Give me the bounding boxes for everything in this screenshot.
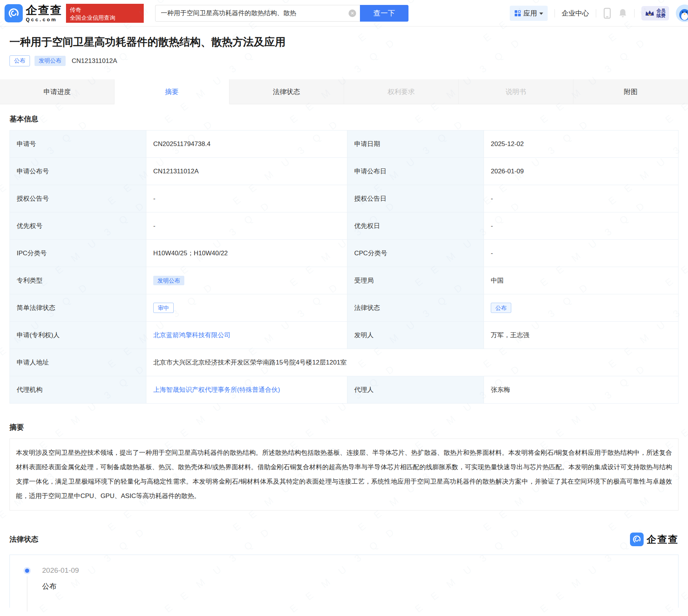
row-value: 公布 (484, 294, 679, 322)
table-row: 代理机构 上海智晟知识产权代理事务所(特殊普通合伙) 代理人 张东梅 (10, 376, 679, 404)
tab-bar: 申请进度 摘要 法律状态 权利要求 说明书 附图 (0, 79, 688, 104)
table-row: 简单法律状态 审中 法律状态 公布 (10, 294, 679, 322)
legal-status-panel: 2026-01-09 公布 (9, 555, 679, 608)
row-label: 简单法律状态 (10, 294, 146, 322)
row-value: - (484, 212, 679, 240)
row-value: 北京蓝箭鸿擎科技有限公司 (146, 322, 347, 349)
row-value: 中国 (484, 267, 679, 294)
table-row: 申请人地址 北京市大兴区北京经济技术开发区荣华南路15号院4号楼12层1201室 (10, 349, 679, 376)
row-label: 优先权日 (347, 212, 484, 240)
row-label: 代理人 (347, 376, 484, 404)
search-input[interactable] (155, 5, 360, 22)
row-label: 授权公告日 (347, 185, 484, 212)
row-value: - (484, 185, 679, 212)
row-label: 申请号 (10, 130, 146, 158)
header-nav: 应用 企业中心 会员 (510, 5, 688, 22)
row-value: 发明公布 (146, 267, 347, 294)
table-row: 申请(专利权)人 北京蓝箭鸿擎科技有限公司 发明人 万军，王志强 (10, 322, 679, 349)
table-row: 专利类型 发明公布 受理局 中国 (10, 267, 679, 294)
row-label: 申请人地址 (10, 349, 146, 376)
qcc-brand-icon (630, 533, 644, 546)
table-row: 申请公布号 CN121311012A 申请公布日 2026-01-09 (10, 158, 679, 185)
enterprise-center-link[interactable]: 企业中心 (562, 9, 589, 18)
timeline-status: 公布 (42, 581, 678, 591)
row-label: CPC分类号 (347, 240, 484, 267)
row-value: CN202511794738.4 (146, 130, 347, 158)
row-value: - (146, 185, 347, 212)
abstract-heading: 摘要 (9, 423, 679, 432)
patent-title: 一种用于空间卫星高功耗器件的散热结构、散热方法及应用 (9, 35, 679, 49)
patent-header: 一种用于空间卫星高功耗器件的散热结构、散热方法及应用 公布 发明公布 CN121… (0, 27, 688, 66)
qcc-brand-watermark: 企查查 (630, 533, 679, 546)
row-label: 申请公布号 (10, 158, 146, 185)
qcc-logo-text[interactable]: 企查查 Qcc.com (26, 5, 62, 22)
row-label: 申请(专利权)人 (10, 322, 146, 349)
grid-icon (514, 10, 521, 17)
apps-label: 应用 (523, 9, 537, 18)
top-header: 企查查 Qcc.com 传奇 全国企业信用查询 ✕ 查一下 应用 (0, 0, 688, 27)
qcc-logo-icon[interactable] (5, 4, 23, 22)
chevron-down-icon (539, 13, 543, 15)
legal-status-heading: 法律状态 (9, 534, 38, 544)
patent-type-badge: 发明公布 (35, 56, 66, 66)
invention-publication-badge: 发明公布 (153, 276, 184, 285)
row-label: 法律状态 (347, 294, 484, 322)
table-row: 申请号 CN202511794738.4 申请日期 2025-12-02 (10, 130, 679, 158)
row-value: 2025-12-02 (484, 130, 679, 158)
row-value: CN121311012A (146, 158, 347, 185)
publication-number: CN121311012A (72, 57, 117, 65)
qcc-brand-text: 企查查 (647, 533, 679, 546)
patent-badges: 公布 发明公布 CN121311012A (9, 55, 679, 66)
mobile-app-icon[interactable] (603, 8, 611, 19)
row-label: 代理机构 (10, 376, 146, 404)
vip-renew-button[interactable]: 会员 续费 (641, 6, 669, 20)
row-value: H10W40/25；H10W40/22 (146, 240, 347, 267)
promo-line1: 传奇 (70, 6, 140, 14)
row-value: 审中 (146, 294, 347, 322)
clear-search-icon[interactable]: ✕ (349, 9, 356, 17)
status-badge: 公布 (9, 55, 30, 66)
tab-legal-status[interactable]: 法律状态 (229, 79, 344, 104)
basic-info-table: 申请号 CN202511794738.4 申请日期 2025-12-02 申请公… (9, 130, 679, 404)
vip-label: 会员 续费 (657, 8, 666, 18)
user-avatar[interactable] (676, 5, 688, 22)
search-bar: ✕ 查一下 (155, 5, 408, 22)
tab-abstract[interactable]: 摘要 (115, 79, 229, 104)
abstract-text: 本发明涉及空间卫星热控技术领域，提出了一种用于空间卫星高功耗器件的散热结构。所述… (9, 438, 679, 511)
row-label: 优先权号 (10, 212, 146, 240)
row-value: - (484, 240, 679, 267)
search-button[interactable]: 查一下 (360, 5, 408, 22)
row-label: 专利类型 (10, 267, 146, 294)
applicant-company-link[interactable]: 北京蓝箭鸿擎科技有限公司 (153, 332, 231, 339)
row-label: 申请公布日 (347, 158, 484, 185)
tab-claims: 权利要求 (344, 79, 459, 104)
row-label: 授权公告号 (10, 185, 146, 212)
row-label: 申请日期 (347, 130, 484, 158)
basic-info-heading: 基本信息 (9, 114, 679, 124)
row-label: IPC分类号 (10, 240, 146, 267)
row-label: 发明人 (347, 322, 484, 349)
row-value: 2026-01-09 (484, 158, 679, 185)
promo-line2: 全国企业信用查询 (70, 14, 140, 22)
row-value: 上海智晟知识产权代理事务所(特殊普通合伙) (146, 376, 347, 404)
crown-icon (645, 9, 655, 17)
timeline-dot-icon (25, 569, 29, 573)
promo-banner[interactable]: 传奇 全国企业信用查询 (66, 4, 144, 23)
timeline-date: 2026-01-09 (42, 566, 678, 575)
published-status-badge: 公布 (491, 303, 511, 313)
table-row: 授权公告号 - 授权公告日 - (10, 185, 679, 212)
row-value: 万军，王志强 (484, 322, 679, 349)
row-label: 受理局 (347, 267, 484, 294)
apps-menu-button[interactable]: 应用 (510, 6, 548, 21)
logo-subtitle: Qcc.com (26, 17, 62, 22)
tab-specification: 说明书 (459, 79, 573, 104)
notification-bell-icon[interactable] (618, 8, 627, 19)
table-row: IPC分类号 H10W40/25；H10W40/22 CPC分类号 - (10, 240, 679, 267)
tab-drawings[interactable]: 附图 (573, 79, 688, 104)
row-value: 张东梅 (484, 376, 679, 404)
agency-link[interactable]: 上海智晟知识产权代理事务所(特殊普通合伙) (153, 386, 280, 393)
timeline-line (27, 576, 27, 611)
tab-application-progress[interactable]: 申请进度 (0, 79, 115, 104)
main-content: 基本信息 申请号 CN202511794738.4 申请日期 2025-12-0… (0, 114, 688, 608)
row-value: - (146, 212, 347, 240)
